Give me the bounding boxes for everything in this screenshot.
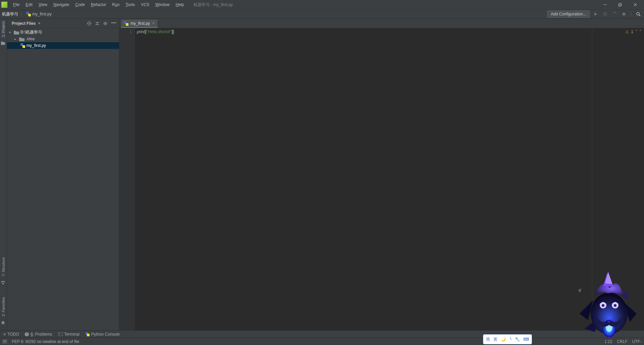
ime-punct-icon[interactable]: ╰ bbox=[509, 337, 512, 342]
stop-icon[interactable] bbox=[620, 10, 628, 18]
menu-code[interactable]: Code bbox=[73, 1, 87, 8]
tree-root[interactable]: ▾ D:\机器学习 bbox=[7, 29, 119, 36]
minimize-button[interactable] bbox=[597, 0, 612, 9]
menu-window[interactable]: Window bbox=[153, 1, 172, 8]
close-button[interactable] bbox=[628, 0, 643, 9]
tool-todo[interactable]: ≡TODO bbox=[3, 332, 19, 337]
python-file-icon bbox=[26, 12, 31, 16]
navigation-bar: 机器学习 〉 my_first.py Add Configuration... bbox=[0, 9, 644, 19]
expand-arrow-icon[interactable]: ▾ bbox=[9, 30, 12, 34]
caret bbox=[173, 29, 174, 34]
svg-point-28 bbox=[105, 22, 106, 24]
tool-python-console[interactable]: Python Console bbox=[86, 332, 120, 337]
left-tool-strip: 1: Project 7: Structure 2: Favorites bbox=[0, 19, 7, 330]
menu-vcs[interactable]: VCS bbox=[139, 1, 152, 8]
panel-tools: — bbox=[87, 21, 116, 26]
gutter: 1 bbox=[119, 28, 135, 330]
breadcrumb-root[interactable]: 机器学习 bbox=[2, 11, 18, 17]
breadcrumb-sep-icon: 〉 bbox=[20, 11, 24, 17]
ime-moon-icon[interactable]: 🌙 bbox=[501, 337, 506, 342]
svg-point-21 bbox=[89, 23, 90, 24]
menu-file[interactable]: File bbox=[11, 1, 22, 8]
menu-refactor[interactable]: Refactor bbox=[89, 1, 108, 8]
app-logo-icon bbox=[1, 2, 7, 8]
expand-arrow-icon[interactable]: ▸ bbox=[14, 37, 18, 41]
warning-icon: ⚠ bbox=[625, 29, 629, 34]
python-file-icon bbox=[20, 43, 25, 48]
bottom-tool-strip: ≡TODO !6: Problems Terminal Python Conso… bbox=[0, 330, 644, 338]
svg-line-13 bbox=[639, 15, 640, 16]
tree-file-myfirst[interactable]: my_first.py bbox=[7, 42, 119, 49]
svg-line-36 bbox=[106, 24, 107, 24]
prev-highlight-icon[interactable]: ˄ bbox=[635, 29, 637, 34]
tool-project-tab[interactable]: 1: Project bbox=[1, 20, 5, 38]
svg-rect-17 bbox=[3, 281, 5, 282]
terminal-icon bbox=[58, 332, 63, 336]
title-bar: File Edit View Navigate Code Refactor Ru… bbox=[0, 0, 644, 9]
menu-edit[interactable]: Edit bbox=[23, 1, 35, 8]
project-panel-header: Project Files ▼ — bbox=[7, 19, 119, 28]
right-margin: ⚠ 1 ˄ ˅ bbox=[592, 28, 644, 330]
inspection-widget[interactable]: ⚠ 1 ˄ ˅ bbox=[625, 29, 641, 34]
star-strip-icon[interactable] bbox=[1, 320, 6, 326]
svg-rect-16 bbox=[1, 281, 3, 282]
menu-tools[interactable]: Tools bbox=[123, 1, 137, 8]
maximize-button[interactable] bbox=[612, 0, 628, 9]
editor-tab-myfirst[interactable]: my_first.py ✕ bbox=[121, 19, 158, 28]
folder-strip-icon[interactable] bbox=[1, 41, 6, 46]
folder-icon bbox=[14, 30, 19, 34]
svg-rect-1 bbox=[619, 4, 621, 6]
project-panel: Project Files ▼ — ▾ D:\机器学习 ▸ .idea bbox=[7, 19, 119, 330]
breadcrumb-file[interactable]: my_first.py bbox=[26, 12, 52, 16]
svg-point-6 bbox=[604, 13, 606, 15]
menu-help[interactable]: Help bbox=[173, 1, 186, 8]
svg-rect-14 bbox=[1, 42, 5, 45]
folder-icon bbox=[19, 37, 24, 41]
structure-strip-icon[interactable] bbox=[1, 280, 6, 286]
tool-problems[interactable]: !6: Problems bbox=[25, 332, 52, 337]
hide-panel-icon[interactable]: — bbox=[111, 21, 116, 26]
tree-root-label: D:\机器学习 bbox=[20, 29, 42, 35]
debug-icon[interactable] bbox=[601, 10, 609, 18]
event-log-icon[interactable] bbox=[3, 340, 7, 343]
line-separator[interactable]: CRLF bbox=[617, 339, 627, 344]
svg-line-35 bbox=[104, 24, 104, 24]
collapse-icon[interactable] bbox=[95, 21, 100, 26]
gear-icon[interactable] bbox=[103, 21, 108, 26]
svg-rect-11 bbox=[623, 13, 625, 15]
menu-run[interactable]: Run bbox=[110, 1, 122, 8]
tool-favorites-tab[interactable]: 2: Favorites bbox=[1, 296, 5, 318]
ime-keyboard-icon[interactable]: ⌨ bbox=[523, 337, 529, 342]
project-panel-title[interactable]: Project Files ▼ bbox=[10, 21, 41, 26]
tree-item-label: my_first.py bbox=[26, 43, 46, 48]
tool-terminal[interactable]: Terminal bbox=[58, 332, 79, 337]
python-icon bbox=[86, 332, 90, 336]
tool-structure-tab[interactable]: 7: Structure bbox=[1, 256, 5, 278]
caret-position[interactable]: 1:22 bbox=[604, 339, 612, 344]
inspection-count: 1 bbox=[631, 29, 633, 34]
svg-marker-5 bbox=[594, 12, 597, 16]
svg-line-34 bbox=[106, 22, 107, 22]
coverage-icon[interactable] bbox=[611, 10, 618, 18]
run-icon[interactable] bbox=[592, 10, 599, 18]
ime-lang-en[interactable]: 英 bbox=[493, 337, 497, 342]
svg-rect-2 bbox=[619, 3, 622, 6]
ime-lang-cn[interactable]: 简 bbox=[486, 337, 490, 342]
project-tree[interactable]: ▾ D:\机器学习 ▸ .idea my_first.py bbox=[7, 28, 119, 330]
add-configuration-button[interactable]: Add Configuration... bbox=[547, 10, 590, 18]
next-highlight-icon[interactable]: ˅ bbox=[639, 29, 641, 34]
ime-bar[interactable]: 简 英 🌙 ╰ 🔧 ⌨ bbox=[483, 334, 532, 344]
code-string: "Hello,World!" bbox=[147, 29, 171, 34]
tree-idea-folder[interactable]: ▸ .idea bbox=[7, 36, 119, 42]
ime-settings-icon[interactable]: 🔧 bbox=[515, 337, 520, 342]
menu-navigate[interactable]: Navigate bbox=[51, 1, 71, 8]
menu-view[interactable]: View bbox=[36, 1, 50, 8]
line-number: 1 bbox=[119, 29, 132, 34]
code-content[interactable]: print("Hello,World!") bbox=[135, 28, 592, 330]
search-everywhere-icon[interactable] bbox=[635, 10, 642, 18]
locate-icon[interactable] bbox=[87, 21, 92, 26]
tree-item-label: .idea bbox=[26, 37, 35, 41]
code-editor[interactable]: 1 print("Hello,World!") ⚠ 1 ˄ ˅ bbox=[119, 28, 644, 330]
file-encoding[interactable]: UTF- bbox=[632, 339, 641, 344]
tab-close-icon[interactable]: ✕ bbox=[152, 21, 155, 25]
